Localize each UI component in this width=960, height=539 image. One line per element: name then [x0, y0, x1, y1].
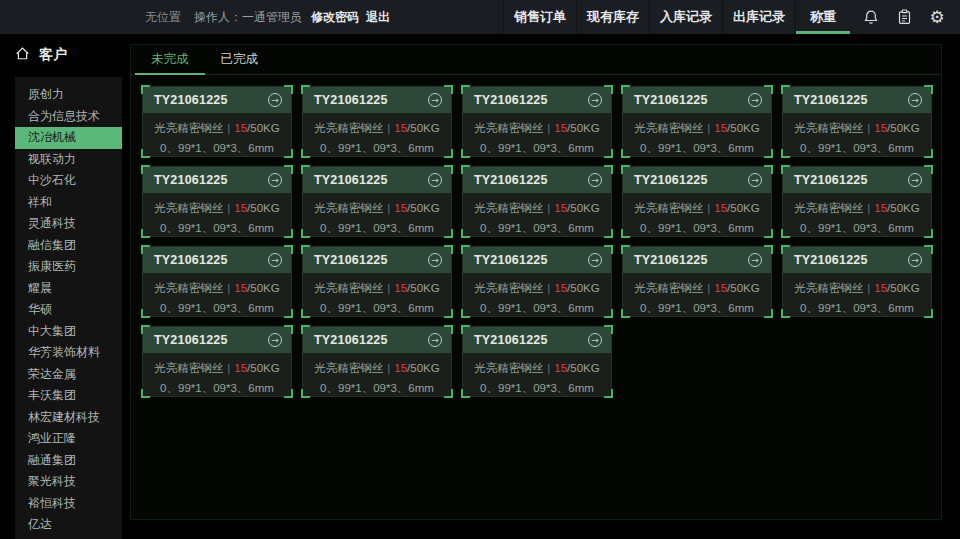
weighing-card[interactable]: TY21061225 → 光亮精密钢丝|15/50KG 0、99*1、09*3、…	[622, 246, 772, 317]
corner-bracket	[444, 165, 453, 174]
change-password-link[interactable]: 修改密码	[311, 9, 359, 26]
arrow-right-circle-icon[interactable]: →	[748, 253, 762, 267]
sidebar-customer-item[interactable]: 裕恒科技	[15, 493, 122, 515]
corner-bracket	[461, 85, 470, 94]
unit-weight: /50KG	[247, 282, 280, 294]
gear-icon[interactable]: ⚙	[928, 8, 946, 26]
corner-bracket	[141, 165, 150, 174]
customer-name: 耀晨	[28, 281, 52, 295]
corner-bracket	[764, 309, 773, 318]
arrow-right-circle-icon[interactable]: →	[268, 93, 282, 107]
arrow-right-circle-icon[interactable]: →	[908, 93, 922, 107]
material-line: 光亮精密钢丝|15/50KG	[307, 118, 447, 138]
card-body: 光亮精密钢丝|15/50KG 0、99*1、09*3、6mm	[623, 113, 771, 158]
spec-line: 0、99*1、09*3、6mm	[147, 378, 287, 398]
weighing-card[interactable]: TY21061225 → 光亮精密钢丝|15/50KG 0、99*1、09*3、…	[462, 86, 612, 157]
weighing-card[interactable]: TY21061225 → 光亮精密钢丝|15/50KG 0、99*1、09*3、…	[302, 166, 452, 237]
corner-bracket	[301, 325, 310, 334]
tab-finished[interactable]: 已完成	[205, 45, 275, 74]
weighing-card[interactable]: TY21061225 → 光亮精密钢丝|15/50KG 0、99*1、09*3、…	[142, 86, 292, 157]
sidebar-customer-item[interactable]: 耀晨	[15, 278, 122, 300]
corner-bracket	[301, 229, 310, 238]
spec-line: 0、99*1、09*3、6mm	[147, 138, 287, 158]
sidebar-customer-item[interactable]: 融通集团	[15, 450, 122, 472]
weighing-card[interactable]: TY21061225 → 光亮精密钢丝|15/50KG 0、99*1、09*3、…	[142, 166, 292, 237]
customer-name: 中沙石化	[28, 173, 76, 187]
corner-bracket	[604, 149, 613, 158]
card-header: TY21061225 →	[303, 247, 451, 273]
weighing-card[interactable]: TY21061225 → 光亮精密钢丝|15/50KG 0、99*1、09*3、…	[782, 246, 932, 317]
unit-weight: /50KG	[567, 202, 600, 214]
nav-sales-orders[interactable]: 销售订单	[503, 0, 576, 34]
bell-icon[interactable]	[862, 8, 880, 26]
corner-bracket	[301, 245, 310, 254]
sidebar-customer-item[interactable]: 荣达金属	[15, 364, 122, 386]
sidebar-customer-item[interactable]: 中沙石化	[15, 170, 122, 192]
weighing-card[interactable]: TY21061225 → 光亮精密钢丝|15/50KG 0、99*1、09*3、…	[462, 166, 612, 237]
nav-current-inventory[interactable]: 现有库存	[576, 0, 649, 34]
arrow-right-circle-icon[interactable]: →	[428, 253, 442, 267]
arrow-right-circle-icon[interactable]: →	[748, 173, 762, 187]
quantity-value: 15	[554, 362, 567, 374]
clipboard-icon[interactable]	[895, 8, 913, 26]
nav-weighing[interactable]: 称重	[795, 0, 850, 34]
arrow-right-circle-icon[interactable]: →	[428, 333, 442, 347]
sidebar-customer-item[interactable]: 华芳装饰材料	[15, 342, 122, 364]
corner-bracket	[284, 245, 293, 254]
sidebar-customer-item[interactable]: 灵通科技	[15, 213, 122, 235]
sidebar-customer-item[interactable]: 视联动力	[15, 149, 122, 171]
weighing-card[interactable]: TY21061225 → 光亮精密钢丝|15/50KG 0、99*1、09*3、…	[622, 86, 772, 157]
unit-weight: /50KG	[727, 122, 760, 134]
sidebar-customer-item[interactable]: 沈冶机械	[15, 127, 122, 149]
sidebar-customer-item[interactable]: 振康医药	[15, 256, 122, 278]
arrow-right-circle-icon[interactable]: →	[588, 253, 602, 267]
weighing-card[interactable]: TY21061225 → 光亮精密钢丝|15/50KG 0、99*1、09*3、…	[462, 326, 612, 397]
arrow-right-circle-icon[interactable]: →	[588, 93, 602, 107]
divider: |	[223, 362, 234, 374]
arrow-right-circle-icon[interactable]: →	[588, 173, 602, 187]
weighing-card[interactable]: TY21061225 → 光亮精密钢丝|15/50KG 0、99*1、09*3、…	[302, 326, 452, 397]
logout-link[interactable]: 退出	[366, 9, 390, 26]
divider: |	[223, 202, 234, 214]
material-line: 光亮精密钢丝|15/50KG	[467, 198, 607, 218]
material-line: 光亮精密钢丝|15/50KG	[147, 278, 287, 298]
weighing-card[interactable]: TY21061225 → 光亮精密钢丝|15/50KG 0、99*1、09*3、…	[782, 86, 932, 157]
sidebar-customer-item[interactable]: 中大集团	[15, 321, 122, 343]
arrow-right-circle-icon[interactable]: →	[268, 253, 282, 267]
weighing-card[interactable]: TY21061225 → 光亮精密钢丝|15/50KG 0、99*1、09*3、…	[462, 246, 612, 317]
weighing-card[interactable]: TY21061225 → 光亮精密钢丝|15/50KG 0、99*1、09*3、…	[302, 246, 452, 317]
arrow-right-circle-icon[interactable]: →	[268, 333, 282, 347]
nav-inbound-records[interactable]: 入库记录	[649, 0, 722, 34]
sidebar-customer-item[interactable]: 亿达	[15, 514, 122, 536]
sidebar-customer-item[interactable]: 聚光科技	[15, 471, 122, 493]
weighing-card-grid: TY21061225 → 光亮精密钢丝|15/50KG 0、99*1、09*3、…	[131, 75, 941, 408]
card-header: TY21061225 →	[303, 327, 451, 353]
sidebar-customer-item[interactable]: 林宏建材科技	[15, 407, 122, 429]
weighing-card[interactable]: TY21061225 → 光亮精密钢丝|15/50KG 0、99*1、09*3、…	[782, 166, 932, 237]
arrow-right-circle-icon[interactable]: →	[908, 253, 922, 267]
sidebar-customer-item[interactable]: 丰沃集团	[15, 385, 122, 407]
weighing-card[interactable]: TY21061225 → 光亮精密钢丝|15/50KG 0、99*1、09*3、…	[142, 326, 292, 397]
sidebar-customer-item[interactable]: 鸿业正隆	[15, 428, 122, 450]
arrow-right-circle-icon[interactable]: →	[908, 173, 922, 187]
sidebar-customer-item[interactable]: 融信集团	[15, 235, 122, 257]
quantity-value: 15	[234, 362, 247, 374]
arrow-right-circle-icon[interactable]: →	[428, 173, 442, 187]
arrow-right-circle-icon[interactable]: →	[588, 333, 602, 347]
arrow-right-circle-icon[interactable]: →	[428, 93, 442, 107]
sidebar-customer-item[interactable]: 合为信息技术	[15, 106, 122, 128]
weighing-card[interactable]: TY21061225 → 光亮精密钢丝|15/50KG 0、99*1、09*3、…	[622, 166, 772, 237]
sidebar-customer-item[interactable]: 祥和	[15, 192, 122, 214]
tab-unfinished[interactable]: 未完成	[135, 45, 205, 74]
weighing-card[interactable]: TY21061225 → 光亮精密钢丝|15/50KG 0、99*1、09*3、…	[142, 246, 292, 317]
arrow-right-circle-icon[interactable]: →	[748, 93, 762, 107]
corner-bracket	[924, 85, 933, 94]
nav-outbound-records[interactable]: 出库记录	[722, 0, 795, 34]
sidebar-customer-item[interactable]: 华硕	[15, 299, 122, 321]
arrow-right-circle-icon[interactable]: →	[268, 173, 282, 187]
nav-item-label: 现有库存	[587, 8, 639, 26]
sidebar-customer-item[interactable]: 原创力	[15, 84, 122, 106]
material-name: 光亮精密钢丝	[794, 282, 863, 294]
weighing-card[interactable]: TY21061225 → 光亮精密钢丝|15/50KG 0、99*1、09*3、…	[302, 86, 452, 157]
card-body: 光亮精密钢丝|15/50KG 0、99*1、09*3、6mm	[303, 193, 451, 238]
